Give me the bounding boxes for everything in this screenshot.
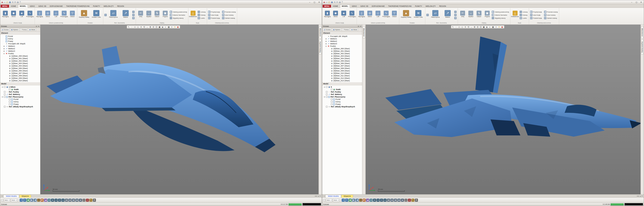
ribbon-tool[interactable]: ▽Odsuń — [391, 11, 398, 19]
menu-tab[interactable]: MODEL — [340, 5, 350, 8]
tree-item[interactable]: Prawy — [0, 40, 40, 43]
display-toolbar-icon[interactable]: ⌗ — [404, 198, 408, 202]
panel-tab[interactable]: ?Pomoc — [20, 28, 28, 31]
viewport-tool-icon[interactable]: ◉ — [177, 26, 179, 28]
ribbon-tool[interactable]: ◈Loft — [18, 11, 26, 19]
ribbon-tool[interactable]: ▲Dopasuj Siatkę — [78, 10, 90, 20]
display-toolbar-icon[interactable]: ⟲ — [342, 198, 345, 202]
ribbon-mini-icon[interactable]: ⌖ — [132, 14, 135, 16]
tree-item[interactable]: ◉[1]Skan_001 (Skan) — [0, 57, 40, 60]
display-toolbar-icon[interactable]: ⊕ — [51, 198, 54, 202]
viewport-tool-icon[interactable]: ↖ — [452, 26, 454, 28]
visibility-checkbox[interactable] — [4, 91, 6, 93]
visibility-checkbox[interactable] — [331, 103, 332, 105]
tree-item[interactable]: ⊟▣1 Nikon — [0, 86, 40, 88]
expander-icon[interactable]: ⊞ — [3, 48, 5, 50]
viewport-tool-icon[interactable]: ▦ — [492, 26, 494, 28]
tree-item[interactable]: ∴Ref. Punkty — [0, 91, 40, 93]
menu-tab[interactable]: SZKIC — [350, 5, 358, 8]
menu-tab[interactable]: WIELOKĄTY — [102, 5, 116, 8]
display-toolbar-icon[interactable]: ⊖ — [54, 198, 58, 202]
tree-item[interactable]: ⌖Początek Ukł. Współ. — [0, 43, 40, 45]
viewport-tool-icon[interactable]: ◉ — [501, 26, 504, 28]
titlebar-icon[interactable]: ▦ — [9, 1, 11, 4]
titlebar-icon[interactable]: ◈ — [324, 1, 325, 4]
tree-item[interactable]: ⌖Ref. Układy Współrzędnych — [0, 105, 40, 108]
titlebar-icon[interactable]: ⟲ — [12, 1, 13, 4]
ribbon-tool[interactable]: ▮Wyciągnij — [324, 11, 331, 19]
titlebar-icon[interactable]: ◰ — [328, 1, 330, 4]
ribbon-mini-icon[interactable]: + — [454, 11, 457, 13]
tree-item[interactable]: Prawy — [0, 103, 40, 105]
visibility-checkbox[interactable] — [9, 101, 10, 103]
tree-item[interactable]: ⌖Ref. Układy Współrzędnych — [322, 105, 362, 108]
panel-tab[interactable]: ◉Widok — [350, 28, 358, 31]
expander-icon[interactable]: ⊞ — [3, 45, 5, 47]
menu-tab[interactable]: REGION — [438, 5, 448, 8]
display-toolbar-icon[interactable]: ▧ — [72, 198, 75, 202]
ribbon-tool[interactable]: ▯Wyciągnij — [36, 11, 43, 19]
tree-item[interactable]: ◉[1]Skan_007 (Skan) — [0, 72, 40, 75]
menu-tab[interactable]: DOPASOWANIE — [48, 5, 64, 8]
display-toolbar-icon[interactable]: ▥ — [390, 198, 394, 202]
ribbon-tool[interactable]: ◇Loft — [52, 11, 60, 19]
viewport-tool-icon[interactable]: ⊡ — [155, 26, 158, 28]
display-toolbar-icon[interactable]: ◩ — [362, 198, 366, 202]
viewport-tool-icon[interactable]: ◌ — [455, 26, 458, 28]
viewport-tool-icon[interactable]: ⊕ — [149, 26, 152, 28]
tree-item[interactable]: ▦Siatki — [0, 88, 40, 91]
tree-item[interactable]: ⊞↗Wektor2 — [322, 40, 362, 43]
viewport-tool-icon[interactable]: ✛ — [140, 26, 142, 28]
viewport-tool-icon[interactable]: ⊖ — [476, 26, 479, 28]
ribbon-mini-icon[interactable]: ⌗ — [104, 14, 107, 16]
tree-item[interactable]: ↗Ref. Wektory — [322, 93, 362, 96]
expander-icon[interactable]: ⊟ — [2, 96, 3, 98]
viewport-tool-icon[interactable]: ▣ — [482, 26, 485, 28]
visibility-checkbox[interactable] — [326, 91, 328, 93]
pin-icon[interactable]: ⊡ — [36, 26, 37, 27]
tree-item[interactable]: ◉[1]Skan_009 (Skan) — [0, 77, 40, 79]
menu-tab[interactable]: SZKIC 3D — [359, 5, 370, 8]
display-toolbar-icon[interactable]: ✎ — [411, 198, 414, 202]
ribbon-row-tool[interactable]: ⊠Usuń ścianę — [544, 14, 558, 16]
viewport-tool-icon[interactable]: ▭ — [134, 26, 136, 28]
ribbon-tool[interactable]: △Dokładność — [190, 11, 197, 19]
display-toolbar-icon[interactable]: ⊖ — [376, 198, 380, 202]
display-toolbar-icon[interactable]: ▤ — [65, 198, 68, 202]
side-panel-tab[interactable]: Właściwości — [319, 26, 322, 38]
ribbon-tool[interactable]: ✂Utnij — [137, 11, 144, 19]
tree-item[interactable]: ∴Ref. Punkty — [322, 91, 362, 93]
visibility-checkbox[interactable] — [326, 96, 328, 98]
tree-item[interactable]: ◉[1]Skan_010 (Skan) — [0, 79, 40, 82]
menu-tab[interactable]: HOME — [9, 5, 18, 8]
viewport-tool-icon[interactable]: ⟲ — [143, 26, 146, 28]
viewport-3d[interactable]: ↖◌▭◇✛⟲↔⊕⊖⊡▣◈◐▦⌖☀◉ 50 mm — [40, 25, 318, 194]
tree-item[interactable]: ◉[0]Skan_011 (Skan) — [322, 75, 362, 77]
display-toolbar-icon[interactable]: ⚙ — [93, 198, 96, 202]
ribbon-tool[interactable]: ∿Przeciągnij — [60, 11, 68, 19]
tree-item[interactable]: ◉[0]Skan_007 (Skan) — [322, 65, 362, 67]
tree-item[interactable]: ◉[1]Skan_000 (Skan) — [0, 55, 40, 57]
display-toolbar-icon[interactable]: ⌗ — [82, 198, 86, 202]
ribbon-row-tool[interactable]: ⋯Liniowy — [520, 11, 528, 13]
menu-tab[interactable]: TWORZENIE POWIERZCHNI — [386, 5, 413, 8]
tree-item[interactable]: Przód — [0, 35, 40, 38]
auto-checkbox[interactable] — [323, 199, 325, 201]
window-control-button[interactable]: – — [308, 1, 311, 3]
ribbon-row-tool[interactable]: ◌Kołowy — [520, 14, 528, 16]
tree-item[interactable]: ◉[0]Skan_012 (Skan) — [322, 77, 362, 79]
ribbon-mini-icon[interactable]: ∗ — [454, 17, 457, 19]
visibility-checkbox[interactable] — [331, 89, 332, 90]
ribbon-row-tool[interactable]: ◧Odetnij powierzchnię — [170, 11, 187, 13]
view-tab[interactable]: Wsparcie — [341, 195, 353, 197]
tree-item[interactable]: ⊞↗Wektor2 — [0, 47, 40, 50]
tree-item[interactable]: Przód — [0, 98, 40, 101]
expander-icon[interactable]: ⊟ — [325, 45, 327, 47]
expander-icon[interactable]: ⊟ — [2, 86, 3, 88]
viewport-tool-icon[interactable]: ◌ — [130, 26, 133, 28]
ribbon-tool[interactable]: ◎Obróć — [366, 11, 374, 19]
viewport-tool-icon[interactable]: ◇ — [461, 26, 464, 28]
visibility-checkbox[interactable] — [326, 106, 328, 108]
visibility-checkbox[interactable] — [326, 86, 328, 88]
visibility-checkbox[interactable] — [4, 94, 6, 95]
